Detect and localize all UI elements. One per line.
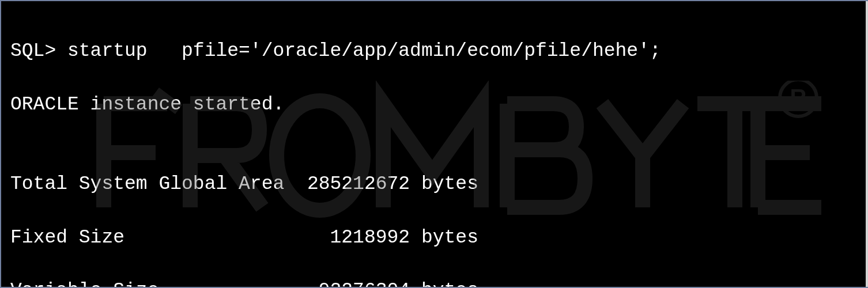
terminal-output[interactable]: SQL> startup pfile='/oracle/app/admin/ec… (1, 1, 867, 287)
terminal-line: SQL> startup pfile='/oracle/app/admin/ec… (10, 38, 858, 65)
terminal-line: Fixed Size 1218992 bytes (10, 225, 858, 251)
terminal-line: Variable Size 92276304 bytes (10, 278, 858, 287)
terminal-line: Total System Global Area 285212672 bytes (10, 171, 858, 198)
terminal-line: ORACLE instance started. (10, 92, 858, 118)
vertical-scrollbar[interactable] (866, 1, 868, 287)
